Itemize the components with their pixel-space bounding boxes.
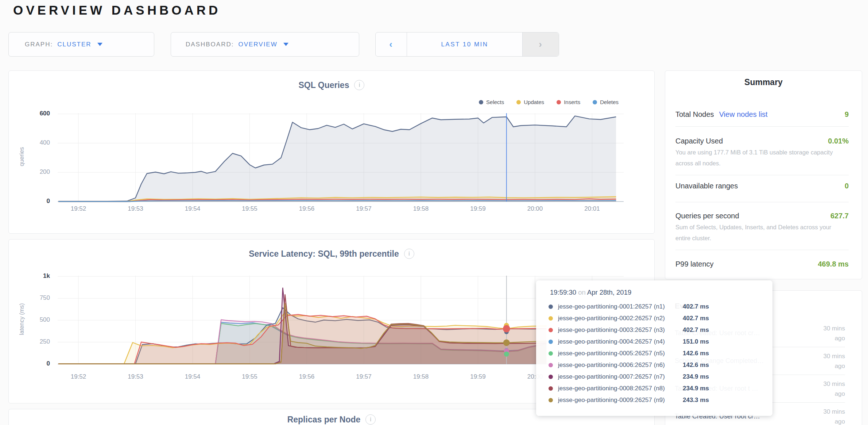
view-nodes-list-link[interactable]: View nodes list (719, 110, 768, 119)
chevron-down-icon (97, 43, 102, 46)
time-range-selector: ‹ LAST 10 MIN › (375, 32, 559, 57)
y-axis-tick: 400 (21, 139, 50, 146)
dashboard-dropdown-label: DASHBOARD: (186, 41, 234, 48)
summary-row-qps: Queries per second 627.7 (675, 208, 849, 223)
p99-latency-label: P99 latency (675, 260, 714, 268)
node-color-dot-icon (549, 340, 553, 344)
y-axis-tick: 250 (21, 338, 50, 345)
legend-item-deletes[interactable]: Deletes (593, 99, 619, 105)
node-color-dot-icon (549, 305, 553, 309)
node-latency-value: 151.0 ms (683, 338, 709, 345)
y-axis-tick: 750 (21, 294, 50, 302)
node-latency-value: 234.9 ms (683, 385, 709, 392)
sql-queries-title-row: SQL Queries i (9, 80, 654, 90)
time-range-value[interactable]: LAST 10 MIN (407, 32, 522, 56)
y-axis-tick: 600 (21, 110, 50, 117)
legend-label: Selects (486, 99, 504, 105)
node-name: jesse-geo-partitioning-0007:26257 (n7) (558, 373, 678, 380)
y-axis-tick: 0 (21, 360, 50, 367)
legend-item-selects[interactable]: Selects (479, 99, 504, 105)
total-nodes-label: Total Nodes (675, 110, 714, 119)
tooltip-node-row: jesse-geo-partitioning-0008:26257 (n8)23… (549, 383, 765, 394)
time-next-button[interactable]: › (522, 32, 559, 56)
summary-row-total-nodes: Total Nodes View nodes list 9 (675, 107, 849, 122)
tooltip-node-row: jesse-geo-partitioning-0002:26257 (n2)40… (549, 313, 765, 324)
summary-panel: Summary Total Nodes View nodes list 9 Ca… (665, 70, 862, 279)
legend-item-inserts[interactable]: Inserts (557, 99, 580, 105)
service-latency-title-row: Service Latency: SQL, 99th percentile i (9, 249, 654, 259)
x-axis-tick: 20:01 (576, 205, 609, 212)
info-icon[interactable]: i (354, 80, 364, 90)
info-icon[interactable]: i (365, 414, 376, 425)
y-axis-label: latency (ms) (19, 301, 25, 337)
x-axis-tick: 19:52 (62, 205, 95, 212)
x-axis-tick: 19:55 (233, 205, 266, 212)
sql-queries-plot[interactable] (58, 113, 624, 204)
node-color-dot-icon (549, 386, 553, 391)
p99-latency-value: 469.8 ms (818, 260, 849, 268)
qps-desc: Sum of Selects, Updates, Inserts, and De… (675, 222, 847, 244)
node-latency-value: 402.7 ms (683, 326, 709, 334)
node-color-dot-icon (549, 398, 553, 402)
service-latency-title: Service Latency: SQL, 99th percentile (249, 249, 399, 259)
tooltip-node-row: jesse-geo-partitioning-0001:26257 (n1)40… (549, 301, 765, 313)
time-prev-button[interactable]: ‹ (376, 32, 407, 56)
capacity-used-value: 0.01% (828, 137, 849, 145)
node-name: jesse-geo-partitioning-0008:26257 (n8) (558, 385, 678, 392)
sql-queries-title: SQL Queries (299, 80, 349, 90)
legend-label: Updates (524, 99, 544, 105)
node-latency-value: 243.3 ms (683, 397, 709, 404)
node-name: jesse-geo-partitioning-0003:26257 (n3) (558, 326, 678, 334)
legend-label: Deletes (600, 99, 619, 105)
node-color-dot-icon (549, 363, 553, 367)
x-axis-tick: 19:56 (290, 205, 323, 212)
dashboard-dropdown[interactable]: DASHBOARD: OVERVIEW (171, 32, 359, 57)
graph-dropdown[interactable]: GRAPH: CLUSTER (8, 32, 154, 57)
x-axis-tick: 20:00 (519, 205, 551, 212)
tooltip-node-row: jesse-geo-partitioning-0007:26257 (n7)23… (549, 371, 765, 383)
node-latency-value: 142.6 ms (683, 361, 709, 369)
replicas-title-row: Replicas per Node i (9, 414, 654, 425)
legend-dot-icon (557, 100, 561, 104)
divider (675, 126, 849, 127)
x-axis-tick: 19:53 (119, 373, 152, 380)
tooltip-node-row: jesse-geo-partitioning-0006:26257 (n6)14… (549, 359, 765, 371)
summary-row-capacity: Capacity Used 0.01% (675, 134, 849, 148)
x-axis-tick: 19:59 (462, 373, 495, 380)
chart-hover-tooltip: 19:59:30 on Apr 28th, 2019 jesse-geo-par… (536, 280, 772, 416)
x-axis-tick: 19:54 (176, 205, 209, 212)
node-name: jesse-geo-partitioning-0002:26257 (n2) (558, 315, 678, 322)
node-name: jesse-geo-partitioning-0005:26257 (n5) (558, 350, 678, 357)
chevron-down-icon (283, 43, 288, 46)
y-axis-tick: 0 (21, 198, 50, 205)
summary-row-unavailable: Unavailable ranges 0 (675, 179, 849, 193)
x-axis-tick: 19:58 (404, 373, 437, 380)
x-axis-tick: 19:52 (62, 373, 95, 380)
info-icon[interactable]: i (404, 249, 414, 259)
legend-item-updates[interactable]: Updates (516, 99, 544, 105)
legend-dot-icon (479, 100, 483, 104)
tooltip-node-list: jesse-geo-partitioning-0001:26257 (n1)40… (549, 301, 765, 406)
graph-dropdown-value: CLUSTER (57, 41, 91, 48)
unavailable-ranges-label: Unavailable ranges (675, 182, 738, 190)
graph-dropdown-label: GRAPH: (25, 41, 53, 48)
y-axis-label: queries (19, 138, 25, 175)
node-latency-value: 142.6 ms (683, 350, 709, 357)
tooltip-node-row: jesse-geo-partitioning-0003:26257 (n3)40… (549, 324, 765, 336)
x-axis-tick: 19:55 (233, 373, 266, 380)
divider (675, 202, 849, 202)
y-axis-tick: 1k (21, 272, 50, 280)
legend-dot-icon (516, 100, 521, 104)
x-axis-tick: 19:57 (348, 373, 380, 380)
x-axis-tick: 19:53 (119, 205, 152, 212)
node-color-dot-icon (549, 375, 553, 379)
sql-queries-legend: SelectsUpdatesInsertsDeletes (479, 99, 619, 105)
legend-dot-icon (593, 100, 597, 104)
node-latency-value: 234.9 ms (683, 373, 709, 380)
node-name: jesse-geo-partitioning-0004:26257 (n4) (558, 338, 678, 345)
node-latency-value: 402.7 ms (683, 303, 709, 310)
summary-title: Summary (665, 77, 862, 87)
node-color-dot-icon (549, 328, 553, 332)
tooltip-node-row: jesse-geo-partitioning-0004:26257 (n4)15… (549, 336, 765, 348)
event-timestamp: 30 minsago (823, 351, 845, 371)
